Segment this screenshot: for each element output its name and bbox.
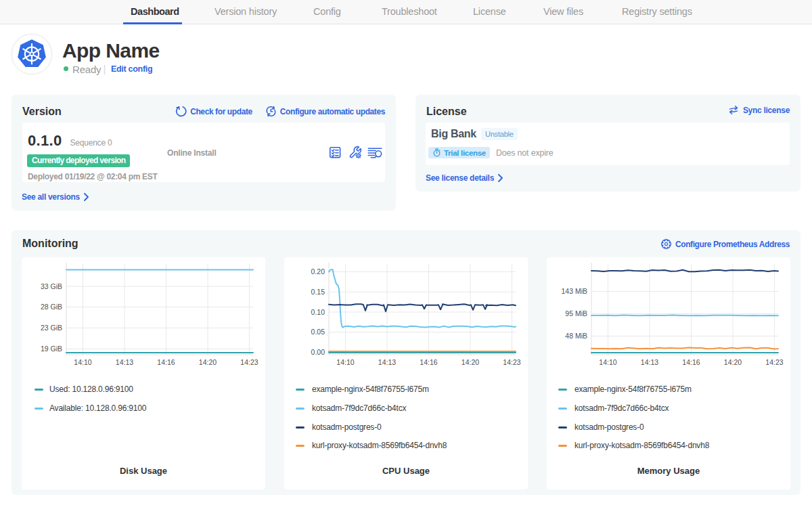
svg-text:14:10: 14:10 bbox=[336, 358, 354, 366]
svg-text:48 MiB: 48 MiB bbox=[565, 332, 587, 340]
svg-text:14:13: 14:13 bbox=[378, 358, 396, 366]
svg-text:143 MiB: 143 MiB bbox=[561, 287, 587, 295]
svg-text:0.00: 0.00 bbox=[311, 348, 325, 356]
svg-text:14:10: 14:10 bbox=[74, 358, 91, 366]
svg-text:14:20: 14:20 bbox=[199, 358, 217, 366]
svg-text:0.05: 0.05 bbox=[311, 328, 325, 336]
svg-text:14:23: 14:23 bbox=[503, 358, 520, 366]
svg-text:14:20: 14:20 bbox=[461, 358, 479, 366]
svg-text:0.15: 0.15 bbox=[311, 288, 325, 296]
svg-text:14:16: 14:16 bbox=[420, 358, 437, 366]
svg-text:19 GiB: 19 GiB bbox=[41, 345, 62, 353]
svg-text:0.10: 0.10 bbox=[311, 308, 325, 316]
svg-text:14:23: 14:23 bbox=[765, 358, 783, 366]
svg-text:14:20: 14:20 bbox=[724, 358, 742, 366]
svg-text:23 GiB: 23 GiB bbox=[41, 324, 62, 332]
svg-text:0.20: 0.20 bbox=[311, 267, 325, 276]
svg-text:14:16: 14:16 bbox=[682, 358, 700, 366]
svg-text:95 MiB: 95 MiB bbox=[565, 309, 587, 317]
svg-text:14:16: 14:16 bbox=[157, 358, 175, 366]
svg-text:14:10: 14:10 bbox=[599, 358, 616, 366]
svg-text:33 GiB: 33 GiB bbox=[41, 282, 62, 290]
svg-text:14:13: 14:13 bbox=[116, 358, 133, 366]
svg-text:28 GiB: 28 GiB bbox=[41, 303, 62, 311]
svg-text:14:23: 14:23 bbox=[240, 358, 258, 366]
svg-text:14:13: 14:13 bbox=[641, 358, 658, 366]
